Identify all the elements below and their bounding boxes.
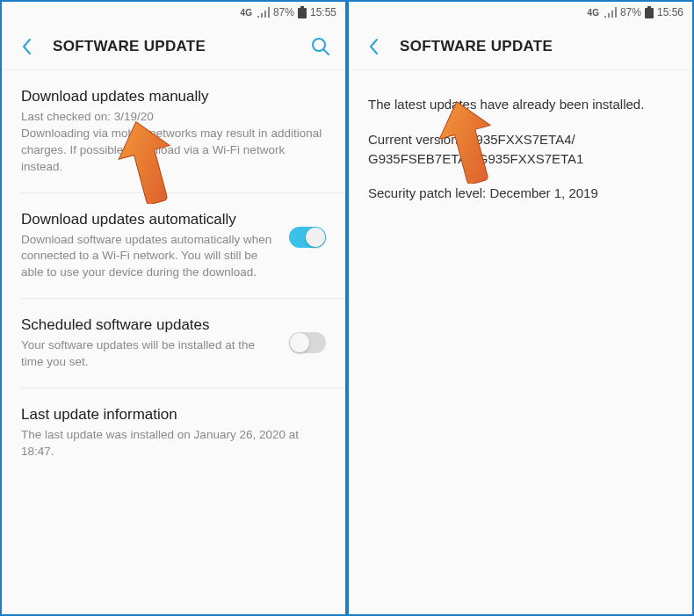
setting-subtitle: Download software updates automatically … bbox=[21, 232, 278, 282]
clock: 15:55 bbox=[310, 6, 336, 18]
status-bar: 4G 87% 15:56 bbox=[349, 2, 692, 23]
setting-title: Scheduled software updates bbox=[21, 316, 278, 334]
right-panel: 4G 87% 15:56 SOFTWARE UPDATE The latest … bbox=[347, 0, 694, 616]
settings-list: Download updates manually Last checked o… bbox=[2, 70, 345, 614]
battery-icon bbox=[298, 6, 307, 18]
network-indicator: 4G bbox=[241, 8, 252, 18]
battery-icon bbox=[645, 6, 654, 18]
page-title: SOFTWARE UPDATE bbox=[53, 38, 310, 55]
back-icon[interactable] bbox=[16, 36, 37, 57]
download-manually-item[interactable]: Download updates manually Last checked o… bbox=[2, 70, 345, 193]
svg-rect-0 bbox=[300, 6, 304, 8]
app-bar: SOFTWARE UPDATE bbox=[2, 23, 345, 70]
auto-download-toggle[interactable] bbox=[289, 227, 326, 248]
svg-rect-6 bbox=[645, 8, 654, 18]
battery-percent: 87% bbox=[620, 6, 641, 18]
current-version: Current version: G935FXXS7ETA4/ G935FSEB… bbox=[368, 130, 673, 169]
left-panel: 4G 87% 15:55 SOFTWARE UPDATE Download up… bbox=[0, 0, 347, 616]
setting-subtitle: Your software updates will be installed … bbox=[21, 337, 278, 371]
signal-icon bbox=[257, 7, 270, 18]
setting-title: Download updates manually bbox=[21, 88, 326, 105]
page-title: SOFTWARE UPDATE bbox=[400, 38, 678, 55]
security-patch: Security patch level: December 1, 2019 bbox=[368, 184, 673, 203]
scheduled-toggle[interactable] bbox=[289, 332, 326, 353]
setting-subtitle: The last update was installed on January… bbox=[21, 427, 326, 460]
setting-subtitle: Last checked on: 3/19/20 Downloading via… bbox=[21, 109, 326, 176]
search-icon[interactable] bbox=[310, 36, 331, 57]
setting-title: Last update information bbox=[21, 406, 326, 424]
setting-title: Download updates automatically bbox=[21, 211, 278, 228]
scheduled-updates-item[interactable]: Scheduled software updates Your software… bbox=[2, 299, 345, 388]
last-update-info-item[interactable]: Last update information The last update … bbox=[2, 388, 345, 478]
app-bar: SOFTWARE UPDATE bbox=[349, 23, 692, 70]
network-indicator: 4G bbox=[588, 8, 599, 18]
svg-rect-2 bbox=[299, 10, 305, 18]
status-bar: 4G 87% 15:55 bbox=[2, 2, 345, 23]
svg-line-4 bbox=[324, 49, 329, 54]
svg-rect-5 bbox=[647, 6, 651, 8]
battery-percent: 87% bbox=[273, 6, 294, 18]
signal-icon bbox=[604, 7, 617, 18]
update-message: The latest updates have already been ins… bbox=[368, 95, 673, 114]
update-info: The latest updates have already been ins… bbox=[349, 70, 692, 614]
clock: 15:56 bbox=[657, 6, 683, 18]
download-auto-item[interactable]: Download updates automatically Download … bbox=[2, 193, 345, 300]
back-icon[interactable] bbox=[363, 36, 384, 57]
